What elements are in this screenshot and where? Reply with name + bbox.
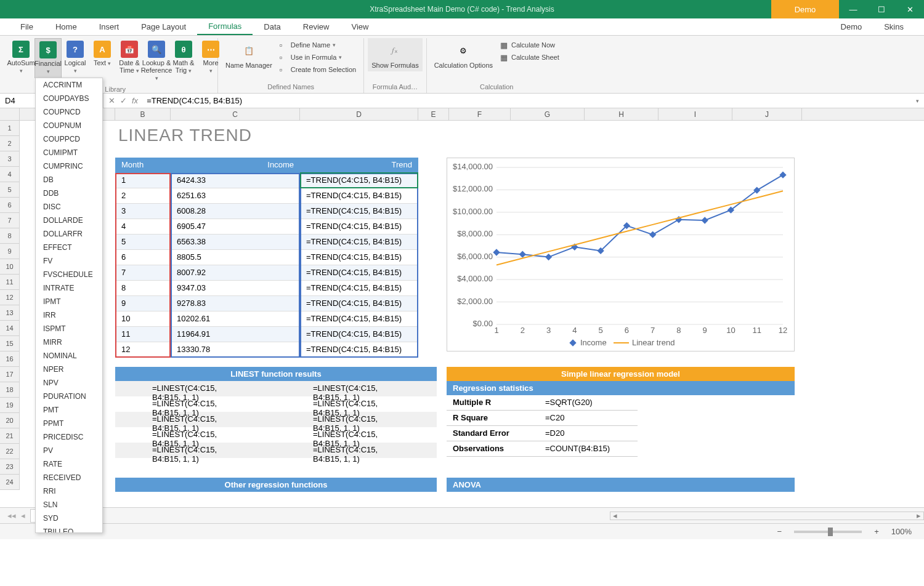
dropdown-item-npv[interactable]: NPV bbox=[36, 376, 102, 390]
menu-demo[interactable]: Demo bbox=[830, 22, 873, 31]
zoom-level[interactable]: 100% bbox=[891, 527, 912, 536]
demo-button[interactable]: Demo bbox=[771, 0, 839, 18]
calculate-now-button[interactable]: ▦Calculate Now bbox=[496, 39, 563, 50]
table-row[interactable]: 68805.5=TREND(C4:C15, B4:B15) bbox=[115, 250, 418, 265]
dropdown-item-mirr[interactable]: MIRR bbox=[36, 335, 102, 349]
fx-icon[interactable]: fx bbox=[132, 96, 138, 105]
use-in-formula-button[interactable]: ▫Use in Formula ▾ bbox=[276, 52, 360, 63]
regression-row[interactable]: Standard Error=D20 bbox=[447, 426, 638, 441]
logical-button[interactable]: ?Logical ▾ bbox=[62, 38, 89, 77]
regression-row[interactable]: Observations=COUNT(B4:B15) bbox=[447, 441, 638, 457]
row-header-12[interactable]: 12 bbox=[0, 290, 20, 305]
dropdown-item-coupdaybs[interactable]: COUPDAYBS bbox=[36, 92, 102, 105]
dropdown-item-dollarde[interactable]: DOLLARDE bbox=[36, 214, 102, 227]
calculation-options-button[interactable]: ⚙ Calculation Options bbox=[431, 38, 496, 71]
table-row[interactable]: 26251.63=TREND(C4:C15, B4:B15) bbox=[115, 188, 418, 204]
dropdown-item-syd[interactable]: SYD bbox=[36, 512, 102, 525]
dropdown-item-irr[interactable]: IRR bbox=[36, 308, 102, 322]
row-header-20[interactable]: 20 bbox=[0, 413, 20, 428]
tab-nav-first-icon[interactable]: ◂◂ bbox=[7, 511, 16, 520]
column-header-C[interactable]: C bbox=[171, 108, 300, 120]
table-row[interactable]: 99278.83=TREND(C4:C15, B4:B15) bbox=[115, 296, 418, 311]
spreadsheet-grid[interactable]: ABCDEFGHIJ 12345678910111213141516171819… bbox=[0, 108, 924, 507]
column-header-I[interactable]: I bbox=[659, 108, 732, 120]
dropdown-item-ddb[interactable]: DDB bbox=[36, 187, 102, 200]
define-name-button[interactable]: ▫Define Name ▾ bbox=[276, 39, 360, 50]
dropdown-item-coupncd[interactable]: COUPNCD bbox=[36, 105, 102, 119]
text-button[interactable]: AText ▾ bbox=[89, 38, 116, 70]
column-header-G[interactable]: G bbox=[511, 108, 585, 120]
dropdown-item-ipmt[interactable]: IPMT bbox=[36, 295, 102, 308]
dropdown-item-fvschedule[interactable]: FVSCHEDULE bbox=[36, 268, 102, 281]
dropdown-item-couppcd[interactable]: COUPPCD bbox=[36, 132, 102, 146]
column-header-J[interactable]: J bbox=[732, 108, 802, 120]
menu-home[interactable]: Home bbox=[44, 18, 88, 35]
row-header-15[interactable]: 15 bbox=[0, 336, 20, 351]
accept-formula-icon[interactable]: ✓ bbox=[120, 96, 127, 105]
row-header-8[interactable]: 8 bbox=[0, 228, 20, 244]
table-row[interactable]: 16424.33=TREND(C4:C15, B4:B15) bbox=[115, 173, 418, 188]
dropdown-item-pduration[interactable]: PDURATION bbox=[36, 390, 102, 403]
dropdown-item-accrintm[interactable]: ACCRINTM bbox=[36, 78, 102, 92]
linest-row[interactable]: =LINEST(C4:C15, B4:B15, 1, 1)=LINEST(C4:… bbox=[115, 443, 437, 458]
column-header-B[interactable]: B bbox=[115, 108, 171, 120]
zoom-in-icon[interactable]: + bbox=[874, 527, 879, 536]
scroll-left-icon[interactable]: ◂ bbox=[610, 511, 620, 520]
chevron-down-icon[interactable]: ▾ bbox=[911, 98, 924, 104]
dropdown-item-disc[interactable]: DISC bbox=[36, 200, 102, 214]
financial-button[interactable]: $Financial ▾ bbox=[34, 38, 62, 78]
table-row[interactable]: 1213330.78=TREND(C4:C15, B4:B15) bbox=[115, 342, 418, 358]
dropdown-item-cumipmt[interactable]: CUMIPMT bbox=[36, 146, 102, 159]
create-from-selection-button[interactable]: ▫Create from Selection bbox=[276, 64, 360, 75]
lookup-reference-button[interactable]: 🔍Lookup &Reference ▾ bbox=[143, 38, 170, 84]
row-header-5[interactable]: 5 bbox=[0, 182, 20, 198]
dropdown-item-pv[interactable]: PV bbox=[36, 444, 102, 457]
dropdown-item-cumprinc[interactable]: CUMPRINC bbox=[36, 159, 102, 173]
row-header-7[interactable]: 7 bbox=[0, 213, 20, 228]
menu-formulas[interactable]: Formulas bbox=[197, 18, 253, 35]
autosum-button[interactable]: ΣAutoSum ▾ bbox=[7, 38, 34, 77]
menu-page-layout[interactable]: Page Layout bbox=[130, 18, 197, 35]
linest-row[interactable]: =LINEST(C4:C15, B4:B15, 1, 1)=LINEST(C4:… bbox=[115, 427, 437, 443]
tab-nav-prev-icon[interactable]: ◂ bbox=[21, 511, 25, 520]
row-header-2[interactable]: 2 bbox=[0, 136, 20, 151]
row-header-19[interactable]: 19 bbox=[0, 398, 20, 413]
linest-row[interactable]: =LINEST(C4:C15, B4:B15, 1, 1)=LINEST(C4:… bbox=[115, 381, 437, 396]
row-header-1[interactable]: 1 bbox=[0, 121, 20, 136]
dropdown-item-fv[interactable]: FV bbox=[36, 254, 102, 268]
row-header-24[interactable]: 24 bbox=[0, 475, 20, 490]
row-header-4[interactable]: 4 bbox=[0, 167, 20, 182]
dropdown-item-ispmt[interactable]: ISPMT bbox=[36, 322, 102, 335]
row-header-16[interactable]: 16 bbox=[0, 351, 20, 367]
dropdown-item-effect[interactable]: EFFECT bbox=[36, 241, 102, 254]
column-header-F[interactable]: F bbox=[449, 108, 511, 120]
date-time-button[interactable]: 📅Date &Time ▾ bbox=[116, 38, 143, 77]
formula-bar-input[interactable]: =TREND(C4:C15, B4:B15) bbox=[143, 96, 911, 105]
zoom-out-icon[interactable]: − bbox=[777, 527, 782, 536]
menu-insert[interactable]: Insert bbox=[88, 18, 131, 35]
name-manager-button[interactable]: 📋 Name Manager bbox=[222, 38, 276, 71]
row-header-6[interactable]: 6 bbox=[0, 198, 20, 213]
chart[interactable]: $0.00$2,000.00$4,000.00$6,000.00$8,000.0… bbox=[447, 158, 795, 351]
row-header-13[interactable]: 13 bbox=[0, 305, 20, 321]
dropdown-item-db[interactable]: DB bbox=[36, 173, 102, 187]
row-header-21[interactable]: 21 bbox=[0, 428, 20, 444]
menu-skins[interactable]: Skins bbox=[873, 22, 915, 31]
dropdown-item-intrate[interactable]: INTRATE bbox=[36, 281, 102, 295]
menu-data[interactable]: Data bbox=[253, 18, 291, 35]
table-row[interactable]: 78007.92=TREND(C4:C15, B4:B15) bbox=[115, 265, 418, 281]
menu-view[interactable]: View bbox=[340, 18, 379, 35]
minimize-button[interactable]: — bbox=[839, 0, 867, 18]
show-formulas-button[interactable]: 𝑓ₓ Show Formulas bbox=[368, 38, 422, 71]
financial-dropdown-menu[interactable]: ACCRINTMCOUPDAYBSCOUPNCDCOUPNUMCOUPPCDCU… bbox=[35, 78, 103, 533]
column-header-E[interactable]: E bbox=[418, 108, 449, 120]
table-row[interactable]: 36008.28=TREND(C4:C15, B4:B15) bbox=[115, 204, 418, 219]
dropdown-item-coupnum[interactable]: COUPNUM bbox=[36, 119, 102, 132]
dropdown-item-rri[interactable]: RRI bbox=[36, 484, 102, 498]
row-header-17[interactable]: 17 bbox=[0, 367, 20, 382]
dropdown-item-nper[interactable]: NPER bbox=[36, 363, 102, 376]
dropdown-item-dollarfr[interactable]: DOLLARFR bbox=[36, 227, 102, 241]
math-trig-button[interactable]: θMath &Trig ▾ bbox=[170, 38, 197, 77]
dropdown-item-tbilleq[interactable]: TBILLEQ bbox=[36, 525, 102, 533]
linest-row[interactable]: =LINEST(C4:C15, B4:B15, 1, 1)=LINEST(C4:… bbox=[115, 396, 437, 412]
